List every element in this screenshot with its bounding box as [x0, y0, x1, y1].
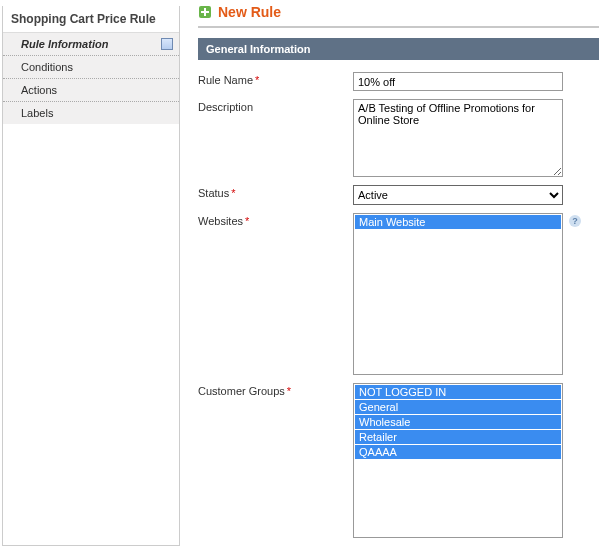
customer-groups-option[interactable]: Wholesale	[355, 415, 561, 429]
customer-groups-option[interactable]: NOT LOGGED IN	[355, 385, 561, 399]
label-status: Status*	[198, 185, 353, 205]
sidebar-item-rule-information[interactable]: Rule Information	[3, 33, 179, 56]
customer-groups-option[interactable]: QAAAA	[355, 445, 561, 459]
customer-groups-multiselect[interactable]: NOT LOGGED IN General Wholesale Retailer…	[353, 383, 563, 538]
required-star: *	[255, 74, 259, 86]
row-websites: Websites* Main Website ?	[198, 213, 599, 375]
section-title-bar: General Information	[198, 38, 599, 60]
page-header: New Rule	[198, 4, 599, 28]
required-star: *	[287, 385, 291, 397]
label-description: Description	[198, 99, 353, 113]
customer-groups-option[interactable]: General	[355, 400, 561, 414]
sidebar-list: Rule Information Conditions Actions Labe…	[3, 33, 179, 124]
websites-multiselect[interactable]: Main Website	[353, 213, 563, 375]
sidebar: Shopping Cart Price Rule Rule Informatio…	[2, 6, 180, 546]
label-customer-groups: Customer Groups*	[198, 383, 353, 397]
row-rule-name: Rule Name*	[198, 72, 599, 91]
status-select[interactable]: Active	[353, 185, 563, 205]
add-icon	[198, 5, 212, 19]
sidebar-item-conditions[interactable]: Conditions	[3, 56, 179, 79]
label-rule-name: Rule Name*	[198, 72, 353, 91]
svg-rect-2	[201, 11, 209, 13]
page-title: New Rule	[218, 4, 281, 20]
main-panel: New Rule General Information Rule Name* …	[180, 0, 609, 546]
sidebar-title: Shopping Cart Price Rule	[3, 6, 179, 33]
required-star: *	[231, 187, 235, 199]
sidebar-item-actions[interactable]: Actions	[3, 79, 179, 102]
rule-name-input[interactable]	[353, 72, 563, 91]
row-description: Description	[198, 99, 599, 177]
customer-groups-option[interactable]: Retailer	[355, 430, 561, 444]
description-textarea[interactable]	[353, 99, 563, 177]
label-websites: Websites*	[198, 213, 353, 227]
required-star: *	[245, 215, 249, 227]
row-customer-groups: Customer Groups* NOT LOGGED IN General W…	[198, 383, 599, 538]
sidebar-item-labels[interactable]: Labels	[3, 102, 179, 124]
websites-option[interactable]: Main Website	[355, 215, 561, 229]
help-icon[interactable]: ?	[569, 215, 581, 227]
row-status: Status* Active	[198, 185, 599, 205]
